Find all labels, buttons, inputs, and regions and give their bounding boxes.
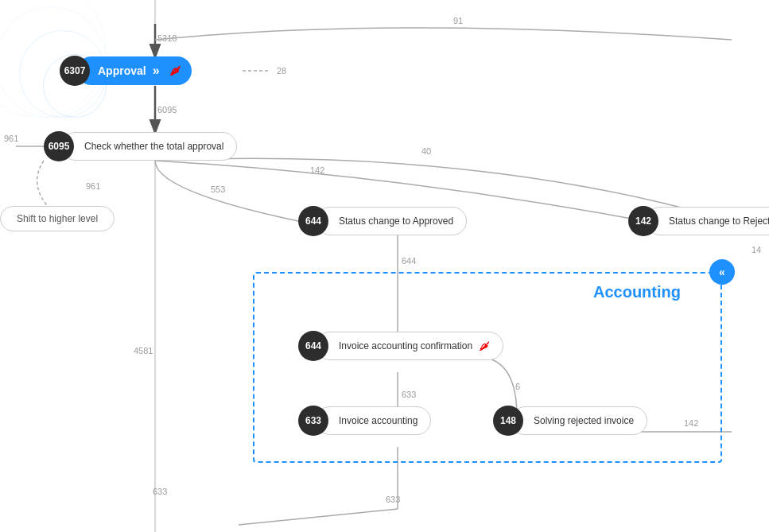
invoice-accounting-confirm-node[interactable]: 644 Invoice accounting confirmation 🌶: [298, 331, 503, 361]
svg-text:633: 633: [386, 495, 400, 504]
edge-label-633-bottom: 633: [153, 487, 167, 496]
approval-node-badge: 6307: [60, 56, 90, 86]
solving-rejected-node[interactable]: 148 Solving rejected invoice: [493, 406, 647, 436]
check-approval-badge: 6095: [44, 131, 74, 161]
status-rejected-label: Status change to Rejected: [646, 207, 769, 235]
svg-text:5318: 5318: [157, 33, 177, 43]
svg-text:644: 644: [402, 256, 416, 266]
invoice-confirm-badge: 644: [298, 331, 328, 361]
status-approved-label: Status change to Approved: [316, 207, 467, 235]
shift-higher-node[interactable]: Shift to higher level: [0, 206, 115, 231]
svg-text:6095: 6095: [157, 105, 177, 115]
status-rejected-node[interactable]: 142 Status change to Rejected: [628, 206, 769, 236]
svg-text:14: 14: [752, 245, 761, 254]
accounting-label: Accounting: [593, 283, 681, 301]
invoice-confirm-label: Invoice accounting confirmation 🌶: [316, 332, 503, 360]
check-approval-label: Check whether the total approval: [61, 132, 237, 161]
status-rejected-badge: 142: [628, 206, 658, 236]
approval-arrows-icon: »: [153, 64, 160, 78]
approval-node[interactable]: 6307 Approval » 🌶: [60, 56, 192, 86]
svg-text:91: 91: [453, 16, 463, 25]
shift-higher-label: Shift to higher level: [17, 213, 98, 224]
status-approved-badge: 644: [298, 206, 328, 236]
solving-rejected-label: Solving rejected invoice: [511, 406, 647, 435]
svg-text:961: 961: [86, 181, 100, 191]
svg-text:553: 553: [211, 184, 225, 194]
status-approved-node[interactable]: 644 Status change to Approved: [298, 206, 467, 236]
svg-text:40: 40: [421, 146, 431, 156]
svg-text:142: 142: [310, 165, 324, 175]
solving-rejected-badge: 148: [493, 406, 523, 436]
invoice-accounting-node[interactable]: 633 Invoice accounting: [298, 406, 431, 436]
svg-text:28: 28: [277, 66, 286, 76]
chili-icon: 🌶: [169, 64, 181, 77]
accounting-collapse-button[interactable]: «: [709, 259, 735, 285]
check-approval-node[interactable]: 6095 Check whether the total approval: [44, 131, 237, 161]
svg-text:4581: 4581: [134, 346, 153, 355]
svg-text:961: 961: [4, 134, 18, 143]
approval-node-label: Approval » 🌶: [77, 56, 192, 85]
svg-line-24: [239, 509, 398, 525]
invoice-accounting-label: Invoice accounting: [316, 406, 431, 435]
chili-icon-2: 🌶: [479, 340, 490, 352]
accounting-box: « Accounting 644 Invoice accounting conf…: [253, 272, 722, 463]
invoice-accounting-badge: 633: [298, 406, 328, 436]
